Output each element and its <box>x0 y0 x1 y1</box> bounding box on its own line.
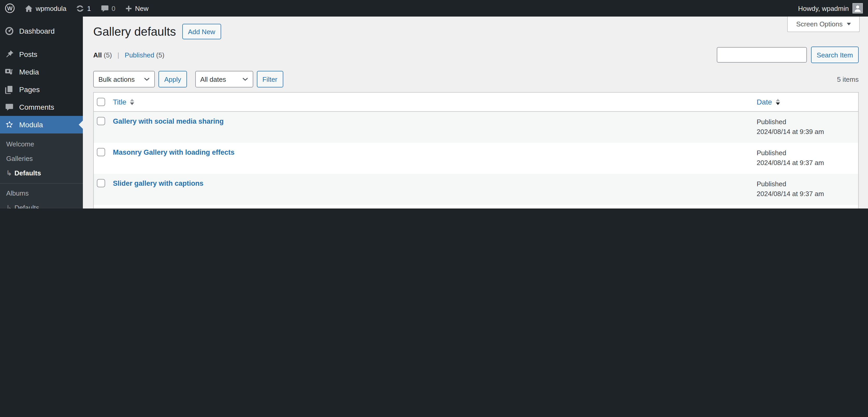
submenu-label: Welcome <box>6 140 34 148</box>
wordpress-admin-page: W wpmodula 1 0 New Howdy, wpadmin <box>0 0 868 209</box>
title-sort-indicator <box>130 99 134 105</box>
sort-asc-icon <box>776 99 780 101</box>
sort-desc-icon <box>776 102 780 105</box>
add-new-button[interactable]: Add New <box>182 24 221 39</box>
row-checkbox[interactable] <box>97 117 105 125</box>
submenu-item-welcome[interactable]: Welcome <box>0 137 83 151</box>
sort-by-date-link[interactable]: Date <box>757 98 780 106</box>
view-all-link[interactable]: All <box>93 51 102 59</box>
pushpin-icon <box>4 49 14 60</box>
screen-options-tab[interactable]: Screen Options <box>787 16 860 32</box>
row-date: 2024/08/14 at 9:37 am <box>757 158 858 168</box>
gallery-title-link[interactable]: Slider gallery with captions <box>113 179 204 187</box>
dates-filter-select[interactable]: All dates <box>195 71 253 88</box>
sort-by-title-link[interactable]: Title <box>113 98 134 106</box>
content-area: Screen Options Gallery defaults Add New … <box>83 16 868 209</box>
submenu-item-albums[interactable]: Albums <box>0 186 83 201</box>
sidebar-item-label: Modula <box>19 120 43 129</box>
table-row: Lightbox gallery with hover effect Publi… <box>94 205 858 209</box>
new-content-menu[interactable]: New <box>120 0 153 16</box>
view-all-count: (5) <box>104 51 112 59</box>
date-sort-indicator <box>776 99 780 105</box>
subitem-arrow-icon: ↳ <box>6 204 12 209</box>
comment-bubble-icon <box>100 4 109 13</box>
bulk-actions-select[interactable]: Bulk actions <box>93 71 155 88</box>
sidebar-item-comments[interactable]: Comments <box>0 98 83 116</box>
apply-button[interactable]: Apply <box>158 71 187 88</box>
gallery-list-table: Title Date Gallery with social media sha… <box>93 92 859 209</box>
chevron-down-icon <box>847 23 851 25</box>
wordpress-logo-menu[interactable]: W <box>0 0 20 16</box>
table-row: Slider gallery with captions Published20… <box>94 174 858 205</box>
tablenav-top: Bulk actions Apply All dates Filter 5 it… <box>93 71 859 88</box>
row-status: Published <box>757 148 858 158</box>
pages-icon <box>4 84 14 95</box>
comments-menu[interactable]: 0 <box>96 0 120 16</box>
page-title: Gallery defaults <box>93 24 176 39</box>
new-label: New <box>135 4 148 12</box>
row-checkbox[interactable] <box>97 179 105 187</box>
sidebar-item-label: Posts <box>19 50 37 59</box>
my-account-menu[interactable]: Howdy, wpadmin <box>798 0 849 16</box>
search-submit-button[interactable]: Search Item <box>811 46 859 63</box>
updates-menu[interactable]: 1 <box>71 0 96 16</box>
plus-icon <box>125 4 132 12</box>
view-filter-links: All (5) | Published (5) <box>93 51 164 59</box>
screen-options-label: Screen Options <box>796 20 843 28</box>
filter-button[interactable]: Filter <box>257 71 283 88</box>
home-icon <box>24 4 33 13</box>
sidebar-item-label: Media <box>19 68 39 76</box>
row-date: 2024/08/14 at 9:37 am <box>757 189 858 199</box>
sidebar-item-dashboard[interactable]: Dashboard <box>0 22 83 40</box>
sidebar-item-pages[interactable]: Pages <box>0 81 83 98</box>
row-status: Published <box>757 179 858 189</box>
view-separator: | <box>118 51 119 59</box>
sidebar-item-label: Comments <box>19 103 54 111</box>
svg-text:W: W <box>7 5 13 12</box>
site-name-label: wpmodula <box>36 4 67 12</box>
user-avatar[interactable] <box>852 3 863 13</box>
submenu-label: Defaults <box>14 169 41 177</box>
gallery-title-link[interactable]: Masonry Gallery with loading effects <box>113 148 235 156</box>
modula-submenu: Welcome Galleries ↳Defaults Albums ↳Defa… <box>0 134 83 209</box>
sort-desc-icon <box>130 102 134 105</box>
bulk-actions-value: Bulk actions <box>98 75 135 83</box>
submenu-label: Albums <box>6 189 29 197</box>
sidebar-item-label: Pages <box>19 85 40 94</box>
select-all-checkbox[interactable] <box>97 98 105 106</box>
howdy-text: Howdy, wpadmin <box>798 4 849 12</box>
comments-icon <box>4 102 14 112</box>
admin-sidebar: Dashboard Posts Media Pages Comments Mod… <box>0 16 83 209</box>
dashboard-icon <box>4 26 14 36</box>
view-published-link[interactable]: Published <box>125 51 154 59</box>
site-name-menu[interactable]: wpmodula <box>20 0 71 16</box>
submenu-item-gallery-defaults[interactable]: ↳Defaults <box>0 166 83 180</box>
select-chevron-icon <box>242 77 248 81</box>
gallery-title-link[interactable]: Gallery with social media sharing <box>113 117 224 125</box>
submenu-item-album-defaults[interactable]: ↳Defaults <box>0 201 83 209</box>
updates-icon <box>76 4 85 13</box>
wordpress-logo-icon: W <box>5 3 15 13</box>
view-published-count: (5) <box>156 51 164 59</box>
submenu-label: Defaults <box>14 204 39 209</box>
admin-bar: W wpmodula 1 0 New Howdy, wpadmin <box>0 0 868 16</box>
subitem-arrow-icon: ↳ <box>6 169 12 177</box>
table-row: Gallery with social media sharing Publis… <box>94 112 858 143</box>
select-chevron-icon <box>144 77 150 81</box>
modula-icon <box>4 119 14 130</box>
row-date: 2024/08/14 at 9:39 am <box>757 127 858 137</box>
admin-bar-right: Howdy, wpadmin <box>798 0 868 16</box>
row-checkbox[interactable] <box>97 148 105 156</box>
sidebar-item-posts[interactable]: Posts <box>0 45 83 63</box>
sidebar-item-media[interactable]: Media <box>0 63 83 81</box>
sidebar-item-label: Dashboard <box>19 27 55 35</box>
submenu-divider <box>0 183 83 184</box>
dates-filter-value: All dates <box>200 75 226 83</box>
comments-count: 0 <box>112 4 115 12</box>
search-form: Search Item <box>717 46 859 63</box>
sidebar-item-modula[interactable]: Modula <box>0 116 83 134</box>
search-input[interactable] <box>717 47 807 63</box>
submenu-item-galleries[interactable]: Galleries <box>0 151 83 166</box>
row-status: Published <box>757 117 858 127</box>
submenu-label: Galleries <box>6 155 33 163</box>
